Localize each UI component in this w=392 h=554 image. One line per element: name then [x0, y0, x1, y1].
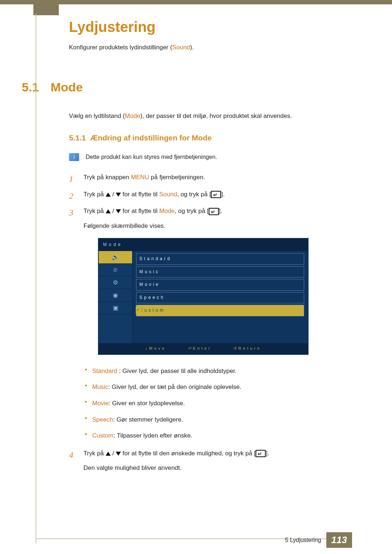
osd-return-hint: ↺Return [233, 345, 261, 352]
osd-move-hint: ↕Move [145, 345, 166, 352]
osd-side-icon: ⚙ [99, 276, 132, 289]
left-rule [36, 14, 36, 543]
step2-pre: Tryk på [83, 191, 106, 198]
arrow-down-icon [116, 209, 121, 213]
enter-icon [256, 450, 266, 457]
desc-text: Giver lyd, der er tæt på den originale o… [112, 383, 241, 390]
desc-sep: : [117, 368, 122, 374]
osd-option-custom: Custom [136, 305, 304, 316]
osd-enter-label: Enter [193, 346, 212, 350]
osd-option-speech: Speech [136, 292, 304, 304]
osd-option-movie: Movie [136, 279, 304, 291]
step3-mid: for at flytte til [121, 208, 159, 214]
osd-side-icon: ◉ [99, 289, 132, 302]
arrow-up-icon [106, 209, 111, 213]
lead-post: ), der passer til det miljø, hvor produk… [140, 112, 292, 119]
step2-end: ]. [221, 191, 224, 198]
arrow-down-icon [116, 452, 121, 456]
desc-text: Giver en stor lydoplevelse. [112, 400, 185, 407]
osd-main: Standard Music Movie Speech Custom [132, 251, 308, 343]
note-text: Dette produkt kan kun styres med fjernbe… [86, 154, 217, 160]
step-3: Tryk på / for at flytte til Mode, og try… [69, 206, 352, 442]
step4-after: Den valgte mulighed bliver anvendt. [83, 463, 352, 474]
desc-kw: Speech [92, 416, 113, 423]
desc-movie: Movie: Giver en stor lydoplevelse. [83, 398, 352, 409]
step1-pre: Tryk på knappen [83, 174, 131, 181]
step-4: Tryk på / for at flytte til den ønskede … [69, 448, 352, 474]
step3-pre: Tryk på [83, 208, 106, 214]
arrow-down-icon [116, 193, 121, 197]
step3-post: , og tryk på [ [175, 208, 209, 214]
step3-end: ]. [219, 208, 222, 214]
step2-mid: for at flytte til [121, 191, 159, 198]
step3-keyword: Mode [159, 208, 175, 214]
intro-keyword: Sound [172, 44, 190, 51]
osd-screenshot: Mode 🔊 ⎚ ⚙ ◉ ▣ Standard Music Movie Spee… [98, 238, 309, 354]
desc-text: Gør stemmer tydeligere. [117, 416, 183, 423]
section-lead: Vælg en lydtilstand (Mode), der passer t… [69, 112, 352, 120]
note-row: i Dette produkt kan kun styres med fjern… [69, 153, 352, 161]
desc-speech: Speech: Gør stemmer tydeligere. [83, 414, 352, 426]
step4-mid: for at flytte til den ønskede mulighed, … [121, 450, 256, 457]
desc-sep: : [113, 416, 117, 423]
enter-icon [209, 208, 219, 215]
osd-footer: ↕Move ⏎Enter ↺Return [99, 343, 308, 354]
osd-side-icon: ⎚ [99, 264, 132, 276]
desc-standard: Standard : Giver lyd, der passer til all… [83, 366, 352, 377]
top-bar [0, 0, 392, 4]
arrow-up-icon [106, 452, 111, 456]
section-number: 5.1 [22, 80, 39, 94]
subsection-heading: 5.1.1 Ændring af indstillingen for Mode [69, 134, 352, 142]
step3-after: Følgende skærmbillede vises. [83, 221, 352, 232]
step1-keyword: MENU [131, 174, 149, 181]
osd-option-music: Music [136, 266, 304, 278]
osd-return-label: Return [238, 346, 261, 350]
desc-music: Music: Giver lyd, der er tæt på den orig… [83, 382, 352, 393]
step4-pre: Tryk på [83, 450, 106, 457]
lead-keyword: Mode [125, 112, 140, 119]
step2-keyword: Sound [159, 191, 177, 198]
page-footer: 5 Lydjustering 113 [285, 532, 352, 548]
step1-post: på fjernbetjeningen. [149, 174, 205, 181]
desc-kw: Music [92, 383, 108, 390]
section-title: Mode [50, 80, 83, 94]
osd-enter-hint: ⏎Enter [188, 345, 212, 352]
page-title: Lydjustering [69, 19, 352, 35]
desc-text: Tilpasser lyden efter ønske. [117, 432, 192, 439]
footer-chapter: 5 Lydjustering [285, 537, 321, 543]
note-icon: i [69, 153, 79, 161]
osd-title: Mode [99, 239, 308, 251]
enter-icon [211, 191, 221, 198]
page: Lydjustering Konfigurer produktets lydin… [0, 4, 392, 554]
step-1: Tryk på knappen MENU på fjernbetjeningen… [69, 172, 352, 183]
intro-pre: Konfigurer produktets lydindstillinger ( [69, 44, 172, 51]
desc-custom: Custom: Tilpasser lyden efter ønske. [83, 430, 352, 442]
step2-post: , og tryk på [ [177, 191, 211, 198]
section-heading: 5.1 Mode [22, 80, 352, 94]
desc-kw: Movie [92, 400, 109, 407]
desc-sep: : [109, 400, 112, 407]
subsection-title: Ændring af indstillingen for Mode [90, 134, 212, 142]
osd-move-label: Move [149, 346, 166, 350]
desc-sep: : [114, 432, 117, 439]
lead-pre: Vælg en lydtilstand ( [69, 112, 125, 119]
intro-post: ). [190, 44, 194, 51]
osd-body: 🔊 ⎚ ⚙ ◉ ▣ Standard Music Movie Speech Cu… [99, 251, 308, 343]
mode-descriptions: Standard : Giver lyd, der passer til all… [83, 366, 352, 442]
desc-kw: Custom [92, 432, 114, 439]
osd-option-standard: Standard [136, 253, 304, 265]
steps-list: Tryk på knappen MENU på fjernbetjeningen… [69, 172, 352, 474]
desc-sep: : [108, 383, 111, 390]
page-number: 113 [326, 532, 352, 548]
desc-text: Giver lyd, der passer til alle indholdst… [122, 368, 237, 374]
osd-sidebar: 🔊 ⎚ ⚙ ◉ ▣ [99, 251, 132, 343]
step-2: Tryk på / for at flytte til Sound, og tr… [69, 189, 352, 200]
desc-kw: Standard [92, 368, 117, 374]
footer-rule [36, 538, 327, 539]
subsection-number: 5.1.1 [69, 134, 86, 142]
osd-side-icon: ▣ [99, 302, 132, 315]
osd-side-sound-icon: 🔊 [99, 251, 132, 264]
arrow-up-icon [106, 193, 111, 197]
step4-end: ]. [266, 450, 269, 457]
intro-text: Konfigurer produktets lydindstillinger (… [69, 44, 352, 51]
